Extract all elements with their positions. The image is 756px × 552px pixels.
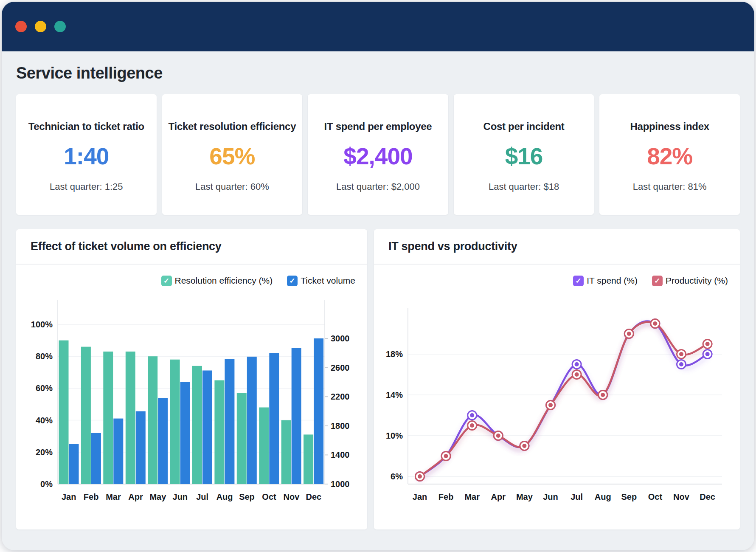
kpi-value: $2,400 <box>343 143 412 170</box>
kpi-value: 82% <box>647 143 692 170</box>
svg-text:Nov: Nov <box>284 492 300 501</box>
line-chart-plot: 6%10%14%18%JanFebMarAprMayJunJulAugSepOc… <box>374 287 740 518</box>
svg-text:Apr: Apr <box>128 492 143 501</box>
minimize-button[interactable] <box>35 21 46 32</box>
checkbox-icon[interactable] <box>573 276 584 286</box>
kpi-value: 65% <box>209 143 255 170</box>
legend-item-productivity[interactable]: Productivity (%) <box>652 276 728 286</box>
kpi-card-resolution-efficiency: Ticket resolution efficiency 65% Last qu… <box>162 94 303 215</box>
legend-item-it-spend[interactable]: IT spend (%) <box>573 276 638 286</box>
svg-text:6%: 6% <box>391 472 403 481</box>
svg-text:Dec: Dec <box>306 492 321 501</box>
svg-text:1400: 1400 <box>331 450 350 459</box>
kpi-title: Happiness index <box>630 121 709 132</box>
kpi-value: 1:40 <box>64 143 109 170</box>
svg-text:2600: 2600 <box>331 363 350 372</box>
kpi-title: Technician to ticket ratio <box>28 121 144 132</box>
svg-text:May: May <box>149 492 166 501</box>
kpi-title: Ticket resolution efficiency <box>169 121 296 132</box>
svg-text:Jun: Jun <box>543 492 558 501</box>
bar-right-axis-labels: 100014001800220026003000 <box>325 334 350 489</box>
svg-text:Oct: Oct <box>262 492 276 501</box>
line-chart-card: IT spend vs productivity IT spend (%) Pr… <box>374 229 740 529</box>
svg-text:Oct: Oct <box>648 492 663 501</box>
svg-text:80%: 80% <box>36 352 53 361</box>
page-title: Service intelligence <box>16 64 740 82</box>
kpi-title: Cost per incident <box>483 121 565 132</box>
checkbox-icon[interactable] <box>652 276 663 286</box>
kpi-value: $16 <box>505 143 543 170</box>
line-x-axis-labels: JanFebMarAprMayJunJulAugSepOctNovDec <box>413 492 715 501</box>
svg-text:Jul: Jul <box>571 492 583 501</box>
svg-text:1000: 1000 <box>331 479 350 489</box>
bar-chart-header: Effect of ticket volume on efficiency <box>16 229 367 265</box>
svg-text:Aug: Aug <box>595 492 611 501</box>
bar-chart-plot: 0%20%40%60%80%100%1000140018002200260030… <box>16 287 367 518</box>
svg-text:1800: 1800 <box>331 421 350 431</box>
svg-text:40%: 40% <box>36 416 53 425</box>
svg-text:Feb: Feb <box>84 492 99 501</box>
kpi-card-cost-per-incident: Cost per incident $16 Last quarter: $18 <box>454 94 594 215</box>
checkbox-icon[interactable] <box>161 276 172 286</box>
line-grid <box>408 308 722 484</box>
line-chart-header: IT spend vs productivity <box>374 229 740 265</box>
bar-left-axis-labels: 0%20%40%60%80%100% <box>31 320 53 489</box>
bar-chart-legend: Resolution efficiency (%) Ticket volume <box>16 274 367 287</box>
line-y-axis-labels: 6%10%14%18% <box>386 349 403 481</box>
line-chart-legend: IT spend (%) Productivity (%) <box>374 274 740 287</box>
bar-chart-title: Effect of ticket volume on efficiency <box>31 240 222 253</box>
legend-label: IT spend (%) <box>587 276 638 286</box>
svg-text:May: May <box>516 492 533 501</box>
svg-text:Dec: Dec <box>700 492 715 501</box>
line-series-0[interactable] <box>416 319 712 481</box>
svg-text:Feb: Feb <box>438 492 454 501</box>
kpi-subtext: Last quarter: $2,000 <box>336 181 420 192</box>
svg-text:18%: 18% <box>386 349 403 359</box>
bar-chart-card: Effect of ticket volume on efficiency Re… <box>16 229 367 529</box>
svg-text:Sep: Sep <box>621 492 637 501</box>
charts-row: Effect of ticket volume on efficiency Re… <box>16 229 740 529</box>
bar-chart-svg: 0%20%40%60%80%100%1000140018002200260030… <box>25 291 359 518</box>
legend-label: Resolution efficiency (%) <box>175 276 273 286</box>
svg-text:0%: 0% <box>40 479 53 489</box>
svg-text:Apr: Apr <box>491 492 506 501</box>
svg-text:100%: 100% <box>31 320 53 329</box>
svg-text:Mar: Mar <box>106 492 121 501</box>
line-chart-svg: 6%10%14%18%JanFebMarAprMayJunJulAugSepOc… <box>382 291 736 518</box>
svg-text:60%: 60% <box>36 383 53 393</box>
legend-item-resolution-efficiency[interactable]: Resolution efficiency (%) <box>161 276 273 286</box>
legend-label: Productivity (%) <box>666 276 728 286</box>
svg-text:Jul: Jul <box>196 492 208 501</box>
kpi-subtext: Last quarter: 60% <box>195 181 269 192</box>
svg-text:2200: 2200 <box>331 392 350 401</box>
kpi-row: Technician to ticket ratio 1:40 Last qua… <box>16 94 740 215</box>
svg-text:20%: 20% <box>36 448 53 457</box>
dashboard-content: Service intelligence Technician to ticke… <box>2 64 754 529</box>
legend-item-ticket-volume[interactable]: Ticket volume <box>287 276 355 286</box>
svg-text:Jan: Jan <box>62 492 76 501</box>
svg-text:Nov: Nov <box>673 492 690 501</box>
svg-text:Aug: Aug <box>216 492 233 501</box>
kpi-card-it-spend: IT spend per employee $2,400 Last quarte… <box>308 94 448 215</box>
window-titlebar <box>2 2 754 51</box>
zoom-button[interactable] <box>54 21 66 32</box>
svg-text:3000: 3000 <box>331 334 350 343</box>
line-chart-title: IT spend vs productivity <box>388 240 517 253</box>
kpi-card-technician-ratio: Technician to ticket ratio 1:40 Last qua… <box>16 94 157 215</box>
svg-text:Sep: Sep <box>239 492 255 501</box>
svg-text:Jan: Jan <box>413 492 427 501</box>
svg-text:Mar: Mar <box>464 492 480 501</box>
kpi-subtext: Last quarter: 1:25 <box>50 181 123 192</box>
kpi-subtext: Last quarter: 81% <box>633 181 707 192</box>
svg-text:Jun: Jun <box>173 492 188 501</box>
app-window: Service intelligence Technician to ticke… <box>2 2 754 550</box>
checkbox-icon[interactable] <box>287 276 298 286</box>
svg-text:14%: 14% <box>386 390 403 400</box>
legend-label: Ticket volume <box>301 276 355 286</box>
kpi-title: IT spend per employee <box>324 121 432 132</box>
kpi-subtext: Last quarter: $18 <box>489 181 559 192</box>
kpi-card-happiness-index: Happiness index 82% Last quarter: 81% <box>599 94 740 215</box>
close-button[interactable] <box>15 21 27 32</box>
svg-text:10%: 10% <box>386 431 403 440</box>
